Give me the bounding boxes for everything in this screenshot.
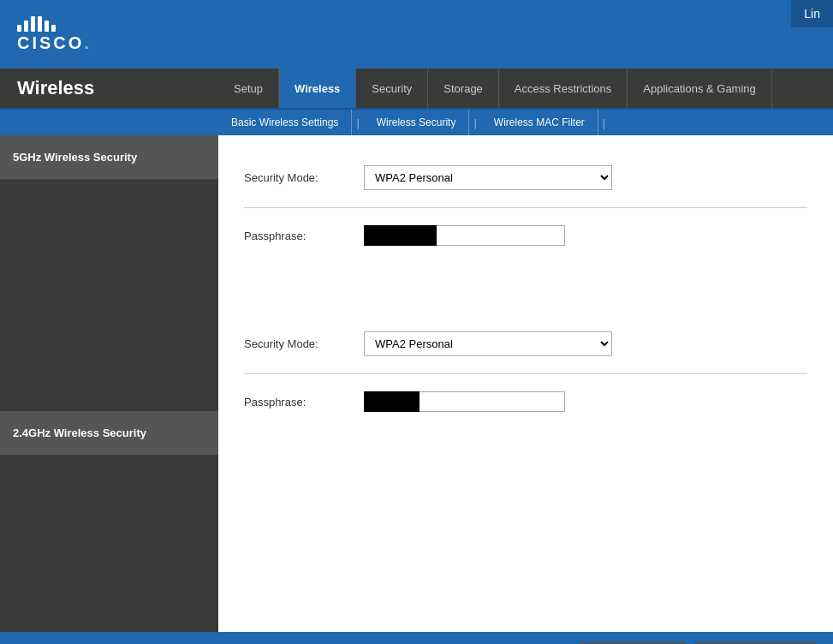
footer-bar: Save Settings Cancel Changes [0, 632, 833, 644]
tab-setup[interactable]: Setup [218, 69, 279, 108]
passphrase-black-24ghz [364, 391, 419, 412]
sub-tab-basic-wireless[interactable]: Basic Wireless Settings [218, 110, 352, 135]
section-5ghz-block: Security Mode: WPA2 Personal Disabled WE… [244, 152, 807, 259]
passphrase-black-5ghz [364, 225, 437, 246]
sub-nav-sep2: | [469, 116, 480, 129]
passphrase-control-24ghz [364, 391, 807, 412]
passphrase-field-24ghz[interactable] [419, 391, 565, 412]
tab-security[interactable]: Security [356, 69, 428, 108]
passphrase-control-5ghz [364, 225, 807, 246]
cisco-brand: CISCO. [17, 33, 92, 53]
tab-applications-gaming[interactable]: Applications & Gaming [628, 69, 772, 108]
nav-section: Wireless Setup Wireless Security Storage… [0, 69, 833, 108]
sub-nav-sep1: | [352, 116, 363, 129]
divider-24ghz [244, 373, 807, 374]
sidebar-5ghz: 5GHz Wireless Security [0, 135, 218, 180]
security-mode-control-5ghz: WPA2 Personal Disabled WEP WPA Personal … [364, 165, 807, 190]
passphrase-row-5ghz: Passphrase: [244, 212, 807, 259]
security-mode-row-24ghz: Security Mode: WPA2 Personal Disabled WE… [244, 319, 807, 369]
passphrase-input-5ghz [364, 225, 807, 246]
sub-tab-wireless-mac-filter[interactable]: Wireless MAC Filter [481, 110, 598, 135]
passphrase-input-24ghz [364, 391, 807, 412]
passphrase-label-24ghz: Passphrase: [244, 396, 364, 408]
section-24ghz-block: Security Mode: WPA2 Personal Disabled WE… [244, 319, 807, 425]
cisco-bars-icon [17, 16, 56, 32]
security-mode-label-5ghz: Security Mode: [244, 171, 364, 184]
passphrase-field-5ghz[interactable] [437, 225, 565, 246]
content-area: Security Mode: WPA2 Personal Disabled WE… [218, 135, 833, 632]
security-mode-row-5ghz: Security Mode: WPA2 Personal Disabled WE… [244, 152, 807, 203]
cisco-logo: CISCO. [17, 16, 92, 53]
sub-nav-sep3: | [598, 116, 610, 129]
main-layout: 5GHz Wireless Security 2.4GHz Wireless S… [0, 135, 833, 632]
security-mode-label-24ghz: Security Mode: [244, 337, 364, 350]
sub-tab-wireless-security[interactable]: Wireless Security [364, 110, 470, 135]
top-header: CISCO. Lin [0, 0, 833, 69]
sub-nav: Basic Wireless Settings | Wireless Secur… [0, 108, 833, 135]
nav-tabs-container: Setup Wireless Security Storage Access R… [218, 69, 833, 108]
tab-storage[interactable]: Storage [428, 69, 499, 108]
security-mode-select-24ghz[interactable]: WPA2 Personal Disabled WEP WPA Personal … [364, 331, 612, 356]
tab-wireless[interactable]: Wireless [279, 69, 356, 108]
divider-5ghz [244, 207, 807, 208]
security-mode-select-5ghz[interactable]: WPA2 Personal Disabled WEP WPA Personal … [364, 165, 612, 190]
passphrase-row-24ghz: Passphrase: [244, 379, 807, 425]
page-title: Wireless [0, 69, 218, 108]
sidebar: 5GHz Wireless Security 2.4GHz Wireless S… [0, 135, 218, 632]
security-mode-control-24ghz: WPA2 Personal Disabled WEP WPA Personal … [364, 331, 807, 356]
linksys-label: Lin [791, 0, 833, 27]
tab-access-restrictions[interactable]: Access Restrictions [499, 69, 628, 108]
sidebar-24ghz: 2.4GHz Wireless Security [0, 411, 218, 456]
passphrase-label-5ghz: Passphrase: [244, 230, 364, 242]
